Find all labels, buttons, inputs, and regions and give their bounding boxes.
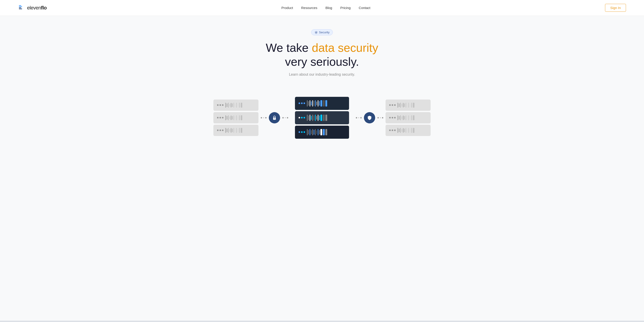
center-server-rack xyxy=(295,97,349,139)
left-server-rack xyxy=(214,99,258,136)
right-connector xyxy=(378,117,383,118)
shield-icon xyxy=(364,112,375,123)
left-center-connector xyxy=(282,117,288,118)
nav-resources[interactable]: Resources xyxy=(301,6,317,10)
left-server-2 xyxy=(214,112,258,123)
left-server-3 xyxy=(214,125,258,136)
nav-pricing[interactable]: Pricing xyxy=(340,6,350,10)
right-center-connector xyxy=(356,117,362,118)
center-server-3 xyxy=(295,126,349,139)
badge-text: Security xyxy=(319,31,330,34)
nav-links: Product Resources Blog Pricing Contact xyxy=(282,6,370,10)
center-server-2 xyxy=(295,111,349,124)
logo-icon xyxy=(18,4,25,11)
lock-icon xyxy=(269,112,280,123)
hero-title: We take data security very seriously. xyxy=(4,41,640,69)
footer-bar xyxy=(0,321,644,322)
security-illustration xyxy=(0,92,644,152)
right-server-1 xyxy=(386,99,430,111)
right-server-rack xyxy=(386,99,430,136)
hero-section: Security We take data security very seri… xyxy=(0,16,644,92)
svg-rect-3 xyxy=(19,8,22,9)
left-server-1 xyxy=(214,99,258,111)
nav-blog[interactable]: Blog xyxy=(326,6,332,10)
title-highlight: data security xyxy=(312,41,378,54)
svg-point-5 xyxy=(274,118,275,119)
signin-button[interactable]: Sign In xyxy=(605,4,626,12)
shield-badge-icon xyxy=(314,31,318,34)
navbar: elevenflo Product Resources Blog Pricing… xyxy=(0,0,644,16)
svg-rect-1 xyxy=(19,6,22,7)
svg-rect-0 xyxy=(19,5,21,6)
right-server-3 xyxy=(386,125,430,136)
nav-contact[interactable]: Contact xyxy=(359,6,370,10)
logo: elevenflo xyxy=(18,4,47,11)
right-server-2 xyxy=(386,112,430,123)
logo-text: elevenflo xyxy=(27,5,47,11)
left-connector xyxy=(261,117,266,118)
svg-rect-2 xyxy=(19,7,21,8)
center-server-1 xyxy=(295,97,349,110)
security-badge: Security xyxy=(311,29,333,35)
hero-subtitle: Learn about our industry-leading securit… xyxy=(4,72,640,76)
nav-product[interactable]: Product xyxy=(282,6,293,10)
